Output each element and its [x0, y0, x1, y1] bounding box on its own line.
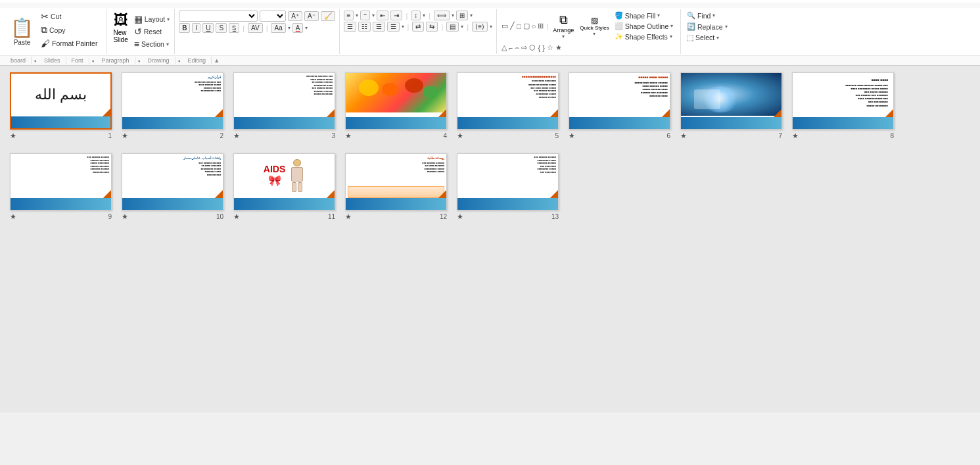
bold-button[interactable]: B	[179, 23, 190, 33]
shape-tri-icon[interactable]: △	[501, 43, 507, 53]
slide-footer-1: ★ 1	[10, 132, 112, 140]
font-spacing-button[interactable]: AV	[248, 23, 263, 33]
rtl-button[interactable]: ⇄	[412, 22, 424, 32]
shape-angle-icon[interactable]: ⌐	[508, 43, 513, 53]
arrange-button[interactable]: ⧉ Arrange ▾	[550, 12, 576, 41]
convert-smartart-button[interactable]: ⟨≡⟩	[472, 22, 488, 32]
font-family-select[interactable]	[179, 11, 258, 22]
section-button[interactable]: ≡ Section ▾	[132, 38, 172, 50]
strikethrough-button[interactable]: S	[216, 23, 227, 33]
shape-more-icon[interactable]: ⊞	[537, 21, 544, 31]
slide-13-blue-bar	[457, 198, 558, 210]
underline-button[interactable]: U	[202, 23, 214, 33]
align-text-button[interactable]: ⊞	[456, 11, 468, 20]
cut-button[interactable]: ✂ Cut	[39, 11, 63, 22]
select-label: Select	[695, 34, 714, 41]
shape-fill-button[interactable]: 🪣 Shape Fill ▾	[613, 11, 676, 20]
slide-13-orange-corner	[550, 190, 558, 198]
slide-8-title: ■■■■ ■■■■	[798, 78, 888, 82]
slide-6-text: ■■■■■ ■■■■ ■■■■■ ■■■■■■ ■■■■■ ■■■■■■■■■■…	[571, 75, 668, 97]
slide-7-img	[681, 73, 782, 116]
slide-10-star: ★	[122, 212, 128, 221]
slide-item-4[interactable]: ★ 4	[345, 72, 447, 140]
format-painter-button[interactable]: 🖌 Format Painter	[39, 37, 99, 49]
replace-button[interactable]: 🔄 Replace ▾	[685, 22, 730, 32]
shape-rect2-icon[interactable]: □	[516, 22, 522, 31]
copy-button[interactable]: ⧉ Copy	[39, 24, 68, 36]
shape-arrow-icon[interactable]: ⇨	[521, 43, 528, 53]
font-color-button[interactable]: A	[292, 23, 304, 33]
slide-item-6[interactable]: ■■■■■ ■■■■ ■■■■■ ■■■■■■ ■■■■■ ■■■■■■■■■■…	[569, 72, 670, 140]
shape-diamond-icon[interactable]: ⬡	[528, 43, 536, 53]
slide-thumb-7	[680, 72, 782, 130]
shape-star-icon[interactable]: ☆	[546, 43, 554, 53]
shape-star2-icon[interactable]: ★	[555, 43, 563, 53]
text-direction-button[interactable]: ⟺	[434, 11, 450, 20]
slide-11-body-silhouette	[289, 159, 305, 192]
justify-button[interactable]: ☰	[387, 22, 400, 32]
slide-10-blue-bar	[122, 198, 223, 210]
italic-button[interactable]: I	[192, 23, 200, 33]
slide-item-9[interactable]: ■■■■■■ ■■■■■■ ■■■■■■■■■■ ■■■■■■■■■■■■■■ …	[10, 153, 112, 221]
shape-brace2-icon[interactable]: }	[542, 43, 546, 53]
slide-item-8[interactable]: ■■■■ ■■■■ ■■■ ■■■■■ ■■■■■■ ■■■■ ■■■■■■■■…	[792, 72, 894, 140]
clipboard-expand[interactable]: ⬧	[32, 57, 39, 64]
slide-item-5[interactable]: ■■■■■■■■■■■■■■■■■■■ ■■■■■■■■ ■■■■■■■■■ ■…	[457, 72, 559, 140]
increase-indent-button[interactable]: ⇥	[390, 11, 402, 20]
slide-footer-8: ★ 8	[792, 132, 894, 140]
slide-item-12[interactable]: روسانة طلبة ■■■■■■ ■■■■■■ ■■■■■■■■■■ ■■■…	[345, 153, 447, 221]
slide-content-1: بسم الله	[11, 74, 110, 128]
slide-item-1[interactable]: بسم الله ★ 1	[10, 72, 112, 140]
shape-rounded-icon[interactable]: ▢	[523, 21, 530, 31]
slide-item-11[interactable]: AIDS 🎀 ★ 11	[233, 153, 335, 221]
clear-format-button[interactable]: 🧹	[321, 11, 335, 21]
drawing-expand[interactable]: ⬧	[175, 57, 183, 64]
shape-oval-icon[interactable]: ○	[531, 22, 537, 31]
layout-icon: ▦	[134, 14, 143, 24]
font-size-select[interactable]	[260, 11, 286, 22]
shape-brace-icon[interactable]: {	[537, 43, 541, 53]
reset-button[interactable]: ↺ Reset	[132, 26, 172, 37]
paste-button[interactable]: 📋 Paste	[5, 16, 39, 47]
find-button[interactable]: 🔍 Find ▾	[685, 11, 730, 20]
shape-effects-button[interactable]: ✨ Shape Effects ▾	[613, 32, 676, 41]
layout-button[interactable]: ▦ Layout ▾	[132, 13, 172, 25]
slide-item-10[interactable]: رادفات أسباب عاملي سمار ■■■■■■ ■■■■■■ ■■…	[122, 153, 223, 221]
decrease-indent-button[interactable]: ⇤	[377, 11, 388, 20]
select-button[interactable]: ⬚ Select ▾	[685, 33, 730, 42]
slide-7-orange-corner	[774, 109, 782, 117]
slide-2-body: ■■■ ■■■■■■■ ■■■■■■■■■■■■■ ■■■■■■ ■■■■■■■…	[124, 81, 221, 93]
slide-6-number: 6	[666, 132, 670, 139]
shape-rect-icon[interactable]: ▭	[501, 21, 509, 31]
columns-button[interactable]: ▤	[446, 22, 459, 32]
shape-arc-icon[interactable]: ⌢	[514, 43, 520, 53]
numbering-button[interactable]: ⁼	[360, 11, 370, 20]
shapes-row-1: ▭ ╱ □ ▢ ○ ⊞ | ⧉ Arrange ▾ ▨ Quick Styles…	[501, 11, 676, 41]
slide-11-leg-l	[298, 182, 302, 192]
para-expand[interactable]: ⬧	[135, 57, 143, 64]
slide-content-6: ■■■■■ ■■■■ ■■■■■ ■■■■■■ ■■■■■ ■■■■■■■■■■…	[569, 73, 670, 129]
slide-item-3[interactable]: ■■■ ■■■■■■■ ■■■■■■■■■■■■■ ■■■■■■ ■■■■■■■…	[233, 72, 335, 140]
quick-styles-button[interactable]: ▨ Quick Styles ▾	[577, 14, 611, 38]
new-slide-button[interactable]: 🖼 NewSlide	[109, 11, 131, 53]
slide-4-star: ★	[345, 132, 352, 140]
align-center-button[interactable]: ☷	[358, 22, 371, 32]
slide-item-2[interactable]: قرآن كريم ■■■ ■■■■■■■ ■■■■■■■■■■■■■ ■■■■…	[122, 72, 223, 140]
shape-outline-button[interactable]: ⬜ Shape Outline ▾	[613, 21, 676, 31]
align-right-button[interactable]: ☰	[373, 22, 385, 32]
shape-line-icon[interactable]: ╱	[509, 21, 515, 31]
shadow-button[interactable]: S̲	[229, 23, 239, 33]
align-left-button[interactable]: ☰	[344, 22, 356, 32]
slide-item-13[interactable]: ■■■■■■ ■■■■■■ ■■■■■■■ ■■■■■■■■■■■■■■■ ■■…	[457, 153, 559, 221]
editing-expand[interactable]: ▲	[212, 57, 222, 64]
shape-outline-icon: ⬜	[615, 22, 623, 30]
font-expand[interactable]: ⬧	[89, 57, 97, 64]
bullets-button[interactable]: ≡	[344, 11, 354, 20]
group-labels-container: board ⬧ Slides Font ⬧ Paragraph ⬧ Drawin…	[5, 57, 975, 64]
aa-button[interactable]: Aa	[271, 23, 285, 33]
decrease-font-button[interactable]: A⁻	[304, 11, 319, 21]
line-spacing-button[interactable]: ↕	[411, 11, 421, 20]
slide-item-7[interactable]: ★ 7	[680, 72, 782, 140]
ltr-button[interactable]: ⇆	[426, 22, 438, 32]
increase-font-button[interactable]: A⁺	[288, 11, 302, 21]
